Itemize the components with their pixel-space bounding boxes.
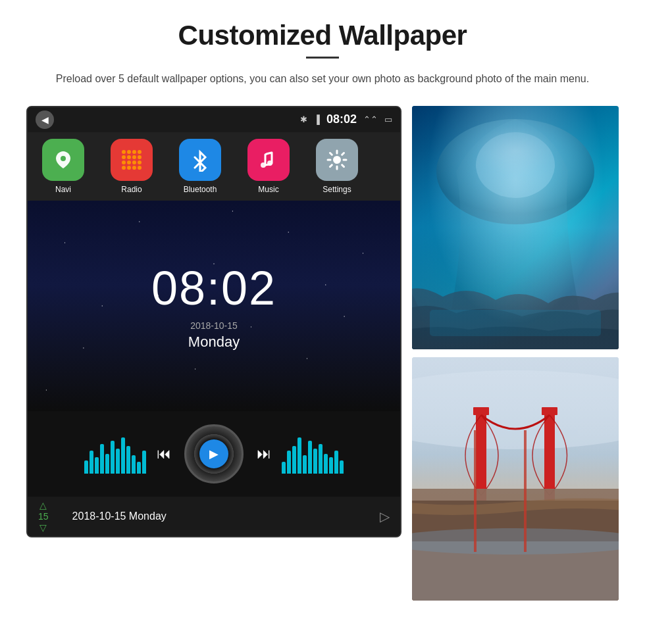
svg-rect-13 [476,410,486,555]
svg-rect-9 [430,310,601,336]
bridge-image [412,357,619,601]
page-wrapper: Customized Wallpaper Preload over 5 defa… [0,0,645,614]
main-display: 08:02 2018-10-15 Monday [28,201,400,411]
bluetooth-label: Bluetooth [184,185,217,194]
status-bar-right: ✱ ▐ 08:02 ⌃⌃ ▭ [300,112,392,126]
eq-bars-right [282,434,344,474]
volume-number: 15 [38,511,49,522]
bluetooth-status-icon: ✱ [300,114,307,124]
chevron-up-icon: ⌃⌃ [363,114,378,124]
svg-point-8 [476,132,555,198]
music-icon [247,139,290,181]
svg-point-7 [436,119,594,224]
menu-icon: ▭ [384,114,392,124]
back-button[interactable]: ◀ [36,111,54,129]
radio-icon [111,139,153,181]
app-item-radio[interactable]: Radio [99,139,165,194]
status-bar: ◀ ✱ ▐ 08:02 ⌃⌃ ▭ [28,107,400,132]
app-item-navi[interactable]: Navi [30,139,96,194]
svg-point-12 [412,370,619,449]
page-title: Customized Wallpaper [26,20,619,51]
title-divider [306,57,339,59]
bottom-nav-arrow[interactable]: ▷ [380,508,390,524]
car-screen: ◀ ✱ ▐ 08:02 ⌃⌃ ▭ [26,106,401,537]
play-controls: ⏮ ▶ ⏭ [157,424,271,483]
content-row: ◀ ✱ ▐ 08:02 ⌃⌃ ▭ [26,106,619,601]
page-subtitle: Preload over 5 default wallpaper options… [53,70,592,87]
vol-down-arrow[interactable]: ▽ [39,523,47,532]
navi-label: Navi [55,185,71,194]
svg-point-4 [267,161,272,166]
bottom-date-label: 2018-10-15 Monday [72,510,167,522]
svg-rect-16 [542,407,557,415]
settings-icon [316,139,358,181]
svg-point-3 [261,162,266,168]
svg-point-20 [412,528,619,555]
svg-rect-15 [473,407,489,415]
app-item-settings[interactable]: Settings [304,139,370,194]
svg-point-1 [61,156,66,161]
rewind-button[interactable]: ⏮ [157,445,171,462]
svg-rect-6 [412,106,619,349]
music-label: Music [258,185,278,194]
svg-rect-14 [544,410,555,555]
status-bar-left: ◀ [36,111,54,129]
music-disc: ▶ [184,424,244,483]
volume-control[interactable]: △ 15 ▽ [38,501,49,532]
bluetooth-app-icon [179,139,221,181]
app-item-music[interactable]: Music [236,139,301,194]
signal-status-icon: ▐ [314,114,320,124]
settings-label: Settings [322,185,351,194]
date-display: 2018-10-15 [190,320,238,331]
eq-bars-left [84,434,146,474]
bridge-photo [412,357,619,601]
app-grid: Navi Radio [28,132,400,201]
vol-up-arrow[interactable]: △ [39,501,47,510]
app-item-bluetooth[interactable]: Bluetooth [167,139,233,194]
ice-cave-photo [412,106,619,349]
navi-icon [42,139,84,181]
radio-label: Radio [121,185,142,194]
clock-display: 08:02 [151,261,276,315]
fast-forward-button[interactable]: ⏭ [257,445,271,462]
bottom-bar: △ 15 ▽ 2018-10-15 Monday ▷ [28,497,400,536]
day-display: Monday [188,334,240,351]
photo-panels [412,106,619,601]
ice-cave-image [412,106,619,349]
status-time: 08:02 [326,112,357,126]
svg-point-5 [333,156,341,164]
music-player: ⏮ ▶ ⏭ [28,411,400,497]
play-button[interactable]: ▶ [199,439,228,468]
